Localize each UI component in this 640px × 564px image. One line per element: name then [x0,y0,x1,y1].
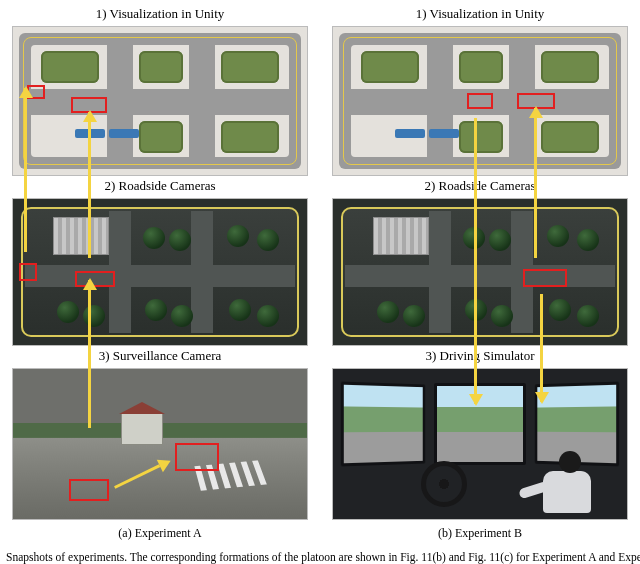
driver-icon [519,441,603,513]
bus-icon [109,129,139,138]
green-block [41,51,99,83]
road-vertical [511,211,533,333]
tree-icon [377,301,399,323]
surveillance-camera-a [12,368,308,520]
tree-icon [403,305,425,327]
panel-title: 1) Visualization in Unity [416,6,545,22]
green-block [541,121,599,153]
driver-torso [543,471,591,513]
tree-icon [171,305,193,327]
sim-screen [341,382,426,467]
green-block [541,51,599,83]
green-block [139,121,183,153]
green-block [459,121,503,153]
building-icon [121,413,163,445]
tree-icon [549,299,571,321]
column-experiment-b: 1) Visualization in Unity [328,4,632,543]
driving-simulator-b [332,368,628,520]
roadside-cameras-a [12,198,308,346]
road-vertical [109,211,131,333]
parked-buses [75,129,139,138]
roadside-cameras-b [332,198,628,346]
tree-icon [547,225,569,247]
tree-icon [57,301,79,323]
bus-icon [75,129,105,138]
green-block [221,121,279,153]
green-block [139,51,183,83]
tree-icon [83,305,105,327]
figure-columns: 1) Visualization in Unity [8,4,632,543]
bus-icon [395,129,425,138]
tree-icon [169,229,191,251]
tree-icon [491,305,513,327]
tree-icon [145,299,167,321]
tree-icon [463,227,485,249]
tree-icon [465,299,487,321]
steering-wheel-icon [421,461,467,507]
column-experiment-a: 1) Visualization in Unity [8,4,312,543]
green-block [361,51,419,83]
subfigure-caption: (a) Experiment A [118,526,201,541]
panel-title: 3) Driving Simulator [425,348,534,364]
road-horizontal [345,265,615,287]
parked-buses [395,129,459,138]
green-block [221,51,279,83]
building-icon [53,217,109,255]
road-vertical [429,211,451,333]
panel-title: 3) Surveillance Camera [99,348,222,364]
unity-visualization-a [12,26,308,176]
panel-title: 2) Roadside Cameras [424,178,535,194]
figure-page: 1) Visualization in Unity [0,0,640,564]
tree-icon [143,227,165,249]
road-horizontal [31,89,289,115]
road-horizontal [25,265,295,287]
figure-caption: Snapshots of experiments. The correspond… [0,550,640,564]
panel-title: 1) Visualization in Unity [96,6,225,22]
panel-title: 2) Roadside Cameras [104,178,215,194]
tree-icon [257,305,279,327]
building-icon [373,217,429,255]
tree-icon [577,305,599,327]
subfigure-caption: (b) Experiment B [438,526,522,541]
tree-icon [229,299,251,321]
tree-icon [489,229,511,251]
tree-icon [257,229,279,251]
road-horizontal [351,89,609,115]
bus-icon [429,129,459,138]
road-vertical [191,211,213,333]
sim-screen [434,383,525,465]
driver-head [559,451,581,473]
tree-icon [577,229,599,251]
green-block [459,51,503,83]
tree-icon [227,225,249,247]
unity-visualization-b [332,26,628,176]
